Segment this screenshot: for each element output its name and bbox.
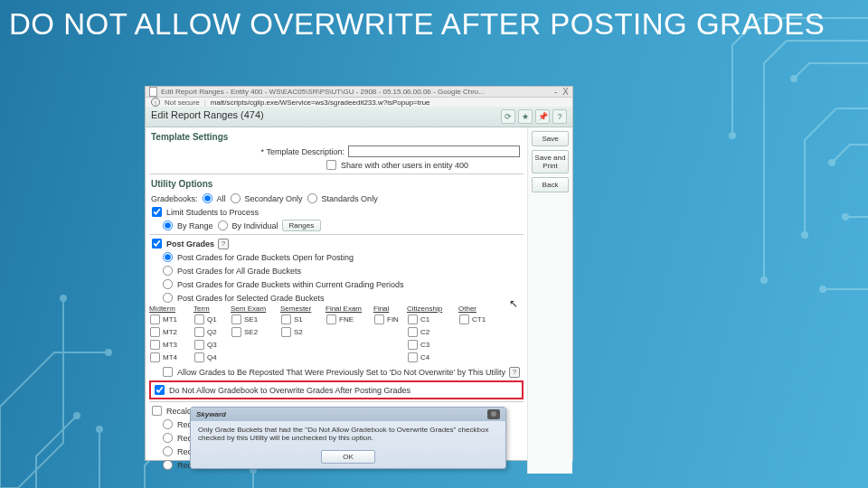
recalc0-checkbox[interactable] <box>152 406 162 416</box>
template-settings-section: Template Settings <box>149 129 524 145</box>
tab-title: Edit Report Ranges - Entity 400 - WS\EAC… <box>161 88 551 96</box>
favorite-icon[interactable]: ★ <box>518 109 533 124</box>
dialog-header: Edit Report Ranges (474) ⟳ ★ 📌 ? <box>146 107 572 127</box>
tooltip-popup: Skyward Only Grade Buckets that had the … <box>190 407 506 469</box>
svg-point-0 <box>730 133 735 138</box>
col-semester: Semester <box>280 305 325 313</box>
col-citizenship: Citizenship <box>407 305 458 313</box>
tooltip-body: Only Grade Buckets that had the "Do Not … <box>191 421 505 446</box>
fne-label: FNE <box>339 315 354 324</box>
template-desc-label: * Template Description: <box>261 147 344 156</box>
col-term: Term <box>193 305 230 313</box>
no-overwrite-label: Do Not Allow Gradebook to Overwrite Grad… <box>169 386 410 395</box>
c2-check[interactable] <box>408 327 418 337</box>
side-panel: Save Save and Print Back <box>527 127 572 474</box>
post-r3-label: Post Grades for Grade Buckets within Cur… <box>177 280 404 289</box>
gradebooks-secondary-label: Secondary Only <box>245 194 303 203</box>
svg-point-8 <box>61 296 66 301</box>
q3-label: Q3 <box>207 341 217 349</box>
mt3-check[interactable] <box>150 340 160 350</box>
mt2-label: MT2 <box>163 328 177 336</box>
back-button[interactable]: Back <box>532 177 569 192</box>
mt4-check[interactable] <box>150 352 160 362</box>
recalc2-radio[interactable] <box>163 433 173 443</box>
help-icon-reposted[interactable]: ? <box>509 367 520 378</box>
gradebooks-all-label: All <box>217 194 226 203</box>
post-r1-radio[interactable] <box>163 252 173 262</box>
post-r3-radio[interactable] <box>163 279 173 289</box>
post-r4-radio[interactable] <box>163 293 173 303</box>
svg-point-3 <box>802 232 807 238</box>
help-icon-post[interactable]: ? <box>218 239 229 249</box>
se1-check[interactable] <box>231 314 241 324</box>
ok-button[interactable]: OK <box>321 450 375 464</box>
col-other: Other <box>458 305 496 313</box>
recalc1-radio[interactable] <box>163 419 173 429</box>
chrome-titlebar: Edit Report Ranges - Entity 400 - WS\EAC… <box>146 87 572 98</box>
url-text: matt/scripts/cgiip.exe/WService=ws3/sgra… <box>211 99 430 107</box>
q1-label: Q1 <box>207 315 217 324</box>
slide-title: DO NOT ALLOW OVERWRITE AFTER POSTING GRA… <box>9 7 825 42</box>
q2-check[interactable] <box>194 327 204 337</box>
by-range-radio[interactable] <box>163 221 173 230</box>
q3-check[interactable] <box>194 340 204 350</box>
mt4-label: MT4 <box>163 353 177 361</box>
save-button[interactable]: Save <box>532 131 569 146</box>
post-grades-checkbox[interactable] <box>152 239 162 249</box>
gradebooks-secondary-radio[interactable] <box>231 193 241 203</box>
col-finalexam: Final Exam <box>326 305 373 313</box>
post-r2-radio[interactable] <box>163 266 173 276</box>
fne-check[interactable] <box>326 314 336 324</box>
svg-point-6 <box>820 286 826 292</box>
fin-check[interactable] <box>374 314 384 324</box>
camera-icon[interactable] <box>487 409 500 419</box>
c1-check[interactable] <box>408 314 418 324</box>
se2-check[interactable] <box>231 327 241 337</box>
no-overwrite-checkbox[interactable] <box>155 385 165 395</box>
cursor-icon: ↖ <box>509 297 518 310</box>
pin-icon[interactable]: 📌 <box>535 109 550 124</box>
info-icon[interactable]: i <box>151 98 160 107</box>
by-individual-radio[interactable] <box>218 221 228 230</box>
col-semexam: Sem Exam <box>231 305 279 313</box>
recalc3-radio[interactable] <box>163 446 173 456</box>
ct1-label: CT1 <box>472 315 486 324</box>
q4-check[interactable] <box>194 352 204 362</box>
minimize-icon[interactable]: - <box>554 87 557 97</box>
share-checkbox[interactable] <box>326 160 336 170</box>
svg-point-1 <box>761 277 767 283</box>
post-r2-label: Post Grades for All Grade Buckets <box>177 267 301 276</box>
s1-check[interactable] <box>281 314 291 324</box>
limit-students-label: Limit Students to Process <box>166 208 259 217</box>
dialog-title: Edit Report Ranges (474) <box>151 109 264 120</box>
c3-label: C3 <box>420 341 429 349</box>
svg-point-9 <box>74 413 80 418</box>
mt1-check[interactable] <box>150 314 160 324</box>
s2-label: S2 <box>294 328 303 336</box>
refresh-icon[interactable]: ⟳ <box>501 109 515 124</box>
c3-check[interactable] <box>408 340 418 350</box>
tooltip-title: Skyward <box>196 410 226 418</box>
share-label: Share with other users in entity 400 <box>341 161 468 170</box>
ct1-check[interactable] <box>459 314 469 324</box>
svg-point-4 <box>829 160 835 165</box>
q1-check[interactable] <box>194 314 204 324</box>
close-icon[interactable]: X <box>562 87 569 97</box>
post-grades-section: Post Grades <box>166 239 214 249</box>
help-icon[interactable]: ? <box>552 109 567 124</box>
recalc4-radio[interactable] <box>163 460 173 470</box>
gradebooks-standards-radio[interactable] <box>307 193 317 203</box>
limit-students-checkbox[interactable] <box>152 207 162 217</box>
post-r4-label: Post Grades for Selected Grade Buckets <box>177 294 325 303</box>
mt2-check[interactable] <box>150 327 160 337</box>
save-print-button[interactable]: Save and Print <box>532 150 569 174</box>
template-desc-input[interactable] <box>348 145 520 157</box>
s2-check[interactable] <box>281 327 291 337</box>
allow-reposted-checkbox[interactable] <box>163 367 173 377</box>
ranges-button[interactable]: Ranges <box>282 220 322 231</box>
col-midterm: Midterm <box>149 305 193 313</box>
dialog-tools: ⟳ ★ 📌 ? <box>501 109 567 124</box>
c4-check[interactable] <box>408 352 418 362</box>
s1-label: S1 <box>294 315 303 324</box>
gradebooks-all-radio[interactable] <box>203 193 212 203</box>
